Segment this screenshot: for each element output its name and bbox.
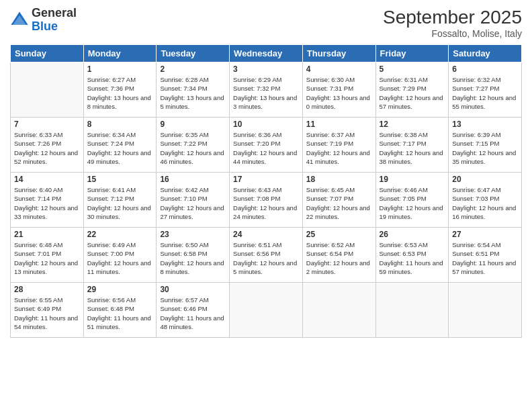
day-number: 26 — [380, 230, 445, 239]
page: General Blue September 2025 Fossalto, Mo… — [0, 0, 532, 411]
title-block: September 2025 Fossalto, Molise, Italy — [383, 7, 522, 39]
calendar-week-2: 7 Sunrise: 6:33 AM Sunset: 7:26 PM Dayli… — [11, 118, 522, 173]
day-info: Sunrise: 6:32 AM Sunset: 7:27 PM Dayligh… — [452, 75, 518, 111]
day-info: Sunrise: 6:54 AM Sunset: 6:51 PM Dayligh… — [452, 240, 518, 276]
calendar-cell — [230, 283, 303, 338]
calendar: Sunday Monday Tuesday Wednesday Thursday… — [10, 44, 522, 338]
day-info: Sunrise: 6:29 AM Sunset: 7:32 PM Dayligh… — [233, 75, 299, 111]
header-sunday: Sunday — [11, 45, 84, 62]
day-number: 13 — [452, 120, 518, 129]
day-info: Sunrise: 6:37 AM Sunset: 7:19 PM Dayligh… — [306, 130, 372, 166]
day-info: Sunrise: 6:49 AM Sunset: 7:00 PM Dayligh… — [87, 240, 153, 276]
calendar-week-3: 14 Sunrise: 6:40 AM Sunset: 7:14 PM Dayl… — [11, 173, 522, 228]
day-number: 30 — [160, 285, 226, 294]
calendar-cell: 30 Sunrise: 6:57 AM Sunset: 6:46 PM Dayl… — [157, 283, 230, 338]
calendar-cell: 27 Sunrise: 6:54 AM Sunset: 6:51 PM Dayl… — [449, 228, 522, 283]
calendar-cell: 19 Sunrise: 6:46 AM Sunset: 7:05 PM Dayl… — [375, 173, 449, 228]
calendar-cell: 15 Sunrise: 6:41 AM Sunset: 7:12 PM Dayl… — [83, 173, 157, 228]
day-number: 28 — [14, 285, 80, 294]
calendar-cell: 22 Sunrise: 6:49 AM Sunset: 7:00 PM Dayl… — [83, 228, 157, 283]
calendar-cell: 5 Sunrise: 6:31 AM Sunset: 7:29 PM Dayli… — [375, 62, 449, 118]
day-number: 9 — [160, 120, 226, 129]
logo-text: General Blue — [32, 7, 77, 34]
day-number: 20 — [452, 175, 518, 184]
header: General Blue September 2025 Fossalto, Mo… — [10, 7, 522, 39]
day-info: Sunrise: 6:38 AM Sunset: 7:17 PM Dayligh… — [380, 130, 445, 166]
day-number: 12 — [380, 120, 445, 129]
day-info: Sunrise: 6:27 AM Sunset: 7:36 PM Dayligh… — [87, 75, 153, 111]
calendar-cell — [375, 283, 449, 338]
day-number: 21 — [14, 230, 80, 239]
day-number: 14 — [14, 175, 80, 184]
day-number: 11 — [306, 120, 372, 129]
day-number: 5 — [380, 64, 445, 74]
day-number: 17 — [233, 175, 299, 184]
calendar-cell: 18 Sunrise: 6:45 AM Sunset: 7:07 PM Dayl… — [302, 173, 375, 228]
day-info: Sunrise: 6:35 AM Sunset: 7:22 PM Dayligh… — [160, 130, 226, 166]
calendar-cell — [11, 62, 84, 118]
weekday-header-row: Sunday Monday Tuesday Wednesday Thursday… — [11, 45, 522, 62]
day-number: 2 — [160, 64, 226, 74]
day-info: Sunrise: 6:36 AM Sunset: 7:20 PM Dayligh… — [233, 130, 299, 166]
logo-general: General — [32, 7, 77, 20]
calendar-cell: 7 Sunrise: 6:33 AM Sunset: 7:26 PM Dayli… — [11, 118, 84, 173]
month-year: September 2025 — [383, 7, 522, 28]
calendar-week-4: 21 Sunrise: 6:48 AM Sunset: 7:01 PM Dayl… — [11, 228, 522, 283]
calendar-cell: 13 Sunrise: 6:39 AM Sunset: 7:15 PM Dayl… — [449, 118, 522, 173]
day-number: 24 — [233, 230, 299, 239]
logo-blue: Blue — [32, 20, 77, 34]
day-info: Sunrise: 6:39 AM Sunset: 7:15 PM Dayligh… — [452, 130, 518, 166]
day-info: Sunrise: 6:41 AM Sunset: 7:12 PM Dayligh… — [87, 185, 153, 221]
calendar-cell: 23 Sunrise: 6:50 AM Sunset: 6:58 PM Dayl… — [157, 228, 230, 283]
header-monday: Monday — [83, 45, 157, 62]
day-number: 4 — [306, 64, 372, 74]
day-info: Sunrise: 6:57 AM Sunset: 6:46 PM Dayligh… — [160, 295, 226, 331]
day-info: Sunrise: 6:45 AM Sunset: 7:07 PM Dayligh… — [306, 185, 372, 221]
day-number: 8 — [87, 120, 153, 129]
calendar-week-1: 1 Sunrise: 6:27 AM Sunset: 7:36 PM Dayli… — [11, 62, 522, 118]
calendar-cell: 29 Sunrise: 6:56 AM Sunset: 6:48 PM Dayl… — [83, 283, 157, 338]
calendar-cell: 25 Sunrise: 6:52 AM Sunset: 6:54 PM Dayl… — [302, 228, 375, 283]
calendar-cell: 8 Sunrise: 6:34 AM Sunset: 7:24 PM Dayli… — [83, 118, 157, 173]
day-info: Sunrise: 6:47 AM Sunset: 7:03 PM Dayligh… — [452, 185, 518, 221]
calendar-cell: 11 Sunrise: 6:37 AM Sunset: 7:19 PM Dayl… — [302, 118, 375, 173]
calendar-cell: 2 Sunrise: 6:28 AM Sunset: 7:34 PM Dayli… — [157, 62, 230, 118]
header-saturday: Saturday — [449, 45, 522, 62]
calendar-cell: 4 Sunrise: 6:30 AM Sunset: 7:31 PM Dayli… — [302, 62, 375, 118]
day-number: 27 — [452, 230, 518, 239]
header-tuesday: Tuesday — [157, 45, 230, 62]
day-number: 23 — [160, 230, 226, 239]
day-number: 29 — [87, 285, 153, 294]
day-info: Sunrise: 6:56 AM Sunset: 6:48 PM Dayligh… — [87, 295, 153, 331]
day-info: Sunrise: 6:51 AM Sunset: 6:56 PM Dayligh… — [233, 240, 299, 276]
calendar-week-5: 28 Sunrise: 6:55 AM Sunset: 6:49 PM Dayl… — [11, 283, 522, 338]
calendar-cell: 9 Sunrise: 6:35 AM Sunset: 7:22 PM Dayli… — [157, 118, 230, 173]
day-info: Sunrise: 6:52 AM Sunset: 6:54 PM Dayligh… — [306, 240, 372, 276]
calendar-cell: 28 Sunrise: 6:55 AM Sunset: 6:49 PM Dayl… — [11, 283, 84, 338]
calendar-cell: 17 Sunrise: 6:43 AM Sunset: 7:08 PM Dayl… — [230, 173, 303, 228]
calendar-cell: 20 Sunrise: 6:47 AM Sunset: 7:03 PM Dayl… — [449, 173, 522, 228]
day-info: Sunrise: 6:42 AM Sunset: 7:10 PM Dayligh… — [160, 185, 226, 221]
day-info: Sunrise: 6:40 AM Sunset: 7:14 PM Dayligh… — [14, 185, 80, 221]
day-number: 3 — [233, 64, 299, 74]
day-number: 7 — [14, 120, 80, 129]
logo: General Blue — [10, 7, 77, 34]
day-number: 1 — [87, 64, 153, 74]
header-wednesday: Wednesday — [230, 45, 303, 62]
calendar-cell: 1 Sunrise: 6:27 AM Sunset: 7:36 PM Dayli… — [83, 62, 157, 118]
calendar-cell: 24 Sunrise: 6:51 AM Sunset: 6:56 PM Dayl… — [230, 228, 303, 283]
day-info: Sunrise: 6:55 AM Sunset: 6:49 PM Dayligh… — [14, 295, 80, 331]
logo-icon — [10, 11, 29, 30]
calendar-cell: 10 Sunrise: 6:36 AM Sunset: 7:20 PM Dayl… — [230, 118, 303, 173]
day-info: Sunrise: 6:48 AM Sunset: 7:01 PM Dayligh… — [14, 240, 80, 276]
location: Fossalto, Molise, Italy — [383, 28, 522, 39]
day-number: 18 — [306, 175, 372, 184]
day-info: Sunrise: 6:28 AM Sunset: 7:34 PM Dayligh… — [160, 75, 226, 111]
day-number: 6 — [452, 64, 518, 74]
calendar-cell: 16 Sunrise: 6:42 AM Sunset: 7:10 PM Dayl… — [157, 173, 230, 228]
day-info: Sunrise: 6:31 AM Sunset: 7:29 PM Dayligh… — [380, 75, 445, 111]
calendar-cell: 21 Sunrise: 6:48 AM Sunset: 7:01 PM Dayl… — [11, 228, 84, 283]
day-info: Sunrise: 6:34 AM Sunset: 7:24 PM Dayligh… — [87, 130, 153, 166]
header-friday: Friday — [375, 45, 449, 62]
day-number: 10 — [233, 120, 299, 129]
